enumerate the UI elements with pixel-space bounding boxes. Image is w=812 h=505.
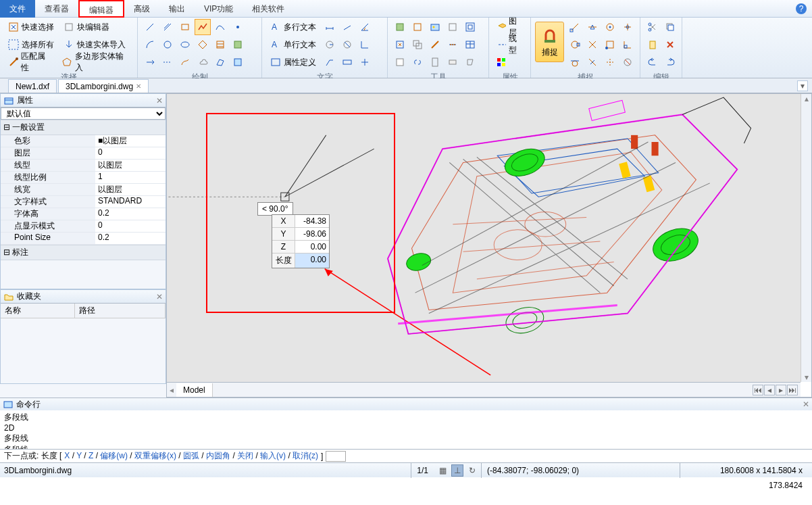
insert-block-icon[interactable] — [392, 19, 408, 35]
hyperlink-icon[interactable] — [409, 54, 426, 70]
dim-ordinate-icon[interactable] — [357, 37, 373, 53]
dim-radius-icon[interactable] — [322, 37, 338, 53]
hscroll-last[interactable]: ⏭ — [787, 385, 798, 395]
snap-ins-icon[interactable] — [602, 37, 618, 53]
hscroll-left[interactable]: ◂ — [764, 385, 775, 395]
col-path[interactable]: 路径 — [75, 304, 166, 318]
prop-group-general[interactable]: ⊟ 一般设置 — [1, 120, 166, 135]
prop-row[interactable]: 点显示模式0 — [1, 220, 166, 233]
measure-icon[interactable] — [427, 37, 443, 53]
double-line-icon[interactable] — [159, 19, 176, 35]
redo-icon[interactable] — [662, 54, 678, 70]
field-icon[interactable] — [445, 54, 461, 70]
menu-viewer[interactable]: 查看器 — [35, 0, 78, 18]
cmd-option[interactable]: X — [64, 451, 70, 460]
panel-close-icon[interactable]: ✕ — [156, 96, 163, 105]
mtext-button[interactable]: A多行文本 — [266, 19, 320, 35]
snap-quad-icon[interactable] — [567, 37, 583, 53]
rect-icon[interactable] — [177, 19, 193, 35]
polygon-icon[interactable] — [195, 37, 211, 53]
panel-close-icon[interactable]: ✕ — [156, 292, 163, 302]
delete-icon[interactable] — [662, 37, 678, 53]
hatch-icon[interactable] — [212, 37, 228, 53]
tab-new1[interactable]: New1.dxf — [8, 79, 57, 93]
menu-advanced[interactable]: 高级 — [124, 0, 159, 18]
snap-end-icon[interactable] — [567, 19, 583, 35]
cmd-option[interactable]: 双重偏移(x) — [134, 451, 176, 460]
image-icon[interactable] — [427, 19, 443, 35]
snap-near-icon[interactable] — [584, 54, 601, 70]
linetype-button[interactable]: 线型 — [493, 37, 526, 53]
match-props-button[interactable]: 匹配属性 — [4, 54, 56, 70]
snap-int-icon[interactable] — [584, 37, 601, 53]
command-input[interactable] — [326, 451, 346, 462]
cmd-option[interactable]: 圆弧 — [183, 451, 199, 460]
dim-linear-icon[interactable] — [322, 19, 338, 35]
tab-lamborgini[interactable]: 3DLamborgini.dwg✕ — [58, 79, 149, 93]
tolerance-icon[interactable] — [339, 54, 355, 70]
attr-def-button[interactable]: 属性定义 — [266, 54, 320, 70]
hscroll-first[interactable]: ⏮ — [753, 385, 763, 395]
arc-icon[interactable] — [142, 37, 158, 53]
snap-appint-icon[interactable] — [602, 54, 618, 70]
model-tab[interactable]: Model — [176, 383, 213, 397]
redraw-button[interactable]: ↻ — [466, 464, 478, 477]
divide-icon[interactable] — [445, 37, 461, 53]
vertical-scrollbar[interactable]: ▴ ▾ — [801, 94, 811, 382]
help-icon[interactable]: ? — [796, 3, 807, 14]
viewport-icon[interactable] — [462, 19, 478, 35]
3dface-icon[interactable] — [212, 54, 228, 70]
xline-icon[interactable] — [159, 54, 176, 70]
ellipse-icon[interactable] — [177, 37, 193, 53]
freehand-icon[interactable] — [177, 54, 193, 70]
cmd-option[interactable]: Y — [76, 451, 82, 460]
group-icon[interactable] — [409, 37, 426, 53]
snap-tan-icon[interactable] — [567, 54, 583, 70]
table-icon[interactable] — [462, 37, 478, 53]
prop-row[interactable]: 图层0 — [1, 147, 166, 160]
leader-icon[interactable] — [322, 54, 338, 70]
color-icon[interactable] — [493, 54, 509, 70]
cloud-icon[interactable] — [195, 54, 211, 70]
dim-diameter-icon[interactable] — [339, 37, 355, 53]
block-editor-button[interactable]: 块编辑器 — [59, 19, 113, 35]
grid-toggle[interactable]: ▦ — [436, 464, 449, 477]
point-icon[interactable] — [230, 19, 246, 35]
prop-row[interactable]: 字体高0.2 — [1, 208, 166, 220]
snap-mid-icon[interactable] — [584, 19, 601, 35]
prop-row[interactable]: 线型比例1 — [1, 172, 166, 184]
cmd-option[interactable]: Z — [88, 451, 93, 460]
menu-output[interactable]: 输出 — [159, 0, 195, 18]
dim-aligned-icon[interactable] — [339, 19, 355, 35]
close-icon[interactable]: ✕ — [136, 80, 141, 93]
quick-select-button[interactable]: 快速选择 — [4, 19, 58, 35]
cmd-option[interactable]: 内圆角 — [206, 451, 230, 460]
drawing-canvas[interactable]: < 90.0° X-84.38Y-98.06Z0.00长度0.00 — [167, 94, 801, 382]
cut-icon[interactable] — [644, 19, 661, 35]
prop-row[interactable]: 色彩■以图层 — [1, 135, 166, 147]
polyline-icon[interactable] — [195, 19, 211, 35]
prop-group-dimension[interactable]: ⊟ 标注 — [1, 245, 166, 260]
col-name[interactable]: 名称 — [1, 304, 75, 318]
region-icon[interactable] — [230, 37, 246, 53]
circle-icon[interactable] — [159, 37, 176, 53]
snap-none-icon[interactable] — [619, 54, 636, 70]
cmd-option[interactable]: 输入(v) — [260, 451, 286, 460]
paste-icon[interactable] — [644, 37, 661, 53]
menu-related[interactable]: 相关软件 — [243, 0, 294, 18]
panel-close-icon[interactable]: ✕ — [803, 400, 809, 409]
stext-button[interactable]: A单行文本 — [266, 37, 320, 53]
command-history[interactable]: 多段线2D多段线多段线 — [0, 410, 812, 449]
tabs-dropdown[interactable]: ▾ — [797, 80, 808, 91]
spline-icon[interactable] — [212, 19, 228, 35]
boundary-icon[interactable] — [230, 54, 246, 70]
prop-row[interactable]: 线型以图层 — [1, 160, 166, 172]
snap-toggle-button[interactable]: 捕捉 — [535, 22, 564, 62]
menu-editor[interactable]: 编辑器 — [78, 0, 124, 18]
ole-icon[interactable] — [445, 19, 461, 35]
prop-row[interactable]: 线宽以图层 — [1, 184, 166, 196]
cmd-option[interactable]: 关闭 — [237, 451, 253, 460]
polygon-import-button[interactable]: 多边形实体输入 — [57, 54, 133, 70]
hscroll-right[interactable]: ▸ — [776, 385, 786, 395]
menu-file[interactable]: 文件 — [0, 0, 35, 18]
